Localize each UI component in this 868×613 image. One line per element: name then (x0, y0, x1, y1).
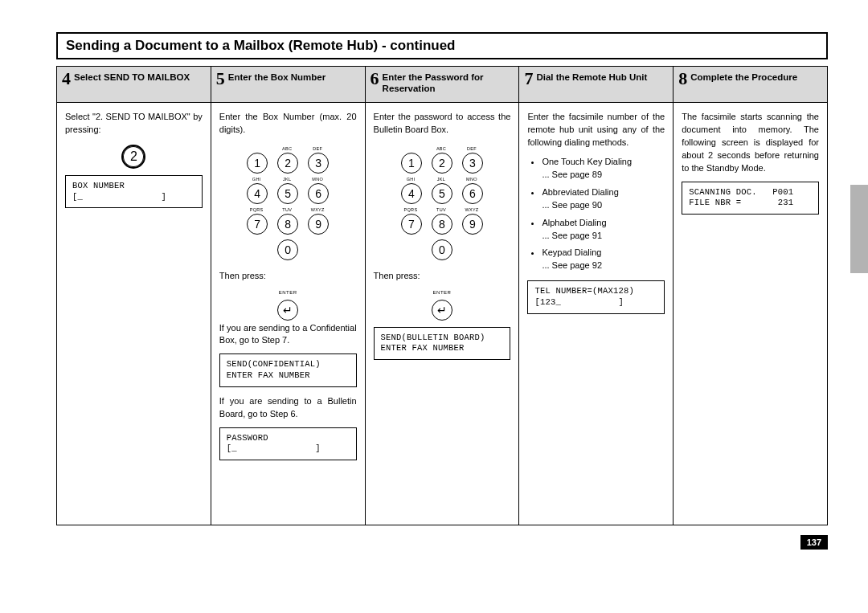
step-6: 6 Enter the Password for Reservation Ent… (366, 66, 520, 525)
title-box: Sending a Document to a Mailbox (Remote … (56, 32, 828, 59)
note: If you are sending to a Bulletin Board, … (219, 395, 357, 421)
step-7: 7 Dial the Remote Hub Unit Enter the fac… (519, 66, 674, 525)
then-press: Then press: (219, 270, 357, 283)
list-item: Alphabet Dialing... See page 91 (542, 217, 665, 243)
page-number-badge: 137 (800, 535, 828, 550)
step-number: 6 (371, 70, 379, 88)
footer: 137 (56, 535, 828, 550)
step-title: Select SEND TO MAILBOX (74, 72, 190, 83)
step-8: 8 Complete the Procedure The facsimile s… (674, 66, 828, 525)
step-header: 7 Dial the Remote Hub Unit (519, 67, 673, 103)
step-4: 4 Select SEND TO MAILBOX Select "2. SEND… (56, 66, 211, 525)
step-5: 5 Enter the Box Number Enter the Box Num… (211, 66, 366, 525)
lcd-display: SEND(CONFIDENTIAL) ENTER FAX NUMBER (219, 353, 357, 386)
keypad-2-icon: 2 (121, 145, 145, 169)
list-item: Keypad Dialing... See page 92 (542, 247, 665, 272)
enter-label: ENTER (374, 289, 511, 296)
step-title: Dial the Remote Hub Unit (536, 72, 647, 83)
lcd-display: BOX NUMBER [_ ] (65, 175, 203, 208)
step-title: Complete the Procedure (690, 72, 797, 83)
step-header: 5 Enter the Box Number (211, 67, 365, 103)
enter-key-icon: ↵ (432, 300, 452, 321)
step-intro: Enter the Box Number (max. 20 digits). (219, 111, 357, 137)
page-title: Sending a Document to a Mailbox (Remote … (66, 38, 818, 54)
step-intro: Enter the facsimile number of the remote… (527, 111, 665, 149)
step-number: 8 (678, 70, 687, 88)
step-header: 4 Select SEND TO MAILBOX (57, 67, 211, 103)
step-title: Enter the Password for Reservation (383, 72, 513, 95)
step-title: Enter the Box Number (228, 72, 326, 83)
step-number: 4 (62, 70, 71, 88)
step-header: 8 Complete the Procedure (674, 67, 827, 103)
dial-methods-list: One Touch Key Dialing... See page 89 Abb… (542, 156, 665, 273)
enter-key-icon: ↵ (277, 300, 298, 321)
step-columns: 4 Select SEND TO MAILBOX Select "2. SEND… (56, 66, 828, 525)
keypad-icon: 1 ABC2 DEF3 GHI4 JKL5 MNO6 PQRS7 TUV8 (399, 146, 485, 264)
lcd-display: SEND(BULLETIN BOARD) ENTER FAX NUMBER (374, 327, 511, 360)
lcd-display: SCANNING DOC. P001 FILE NBR = 231 (682, 182, 819, 215)
side-tab (850, 185, 868, 273)
step-number: 7 (524, 70, 533, 88)
enter-label: ENTER (219, 289, 357, 296)
keypad-icon: 1 ABC2 DEF3 GHI4 JKL5 MNO6 PQRS7 TUV8 (244, 146, 331, 264)
page: Sending a Document to a Mailbox (Remote … (0, 0, 868, 574)
step-number: 5 (216, 70, 225, 88)
then-press: Then press: (374, 270, 511, 283)
list-item: One Touch Key Dialing... See page 89 (542, 156, 665, 182)
list-item: Abbreviated Dialing... See page 90 (542, 186, 665, 212)
lcd-display: TEL NUMBER=(MAX128) [123_ ] (527, 280, 665, 313)
note: If you are sending to a Confi­dential Bo… (219, 322, 357, 348)
step-header: 6 Enter the Password for Reservation (366, 67, 519, 103)
step-intro: The facsimile starts scanning the docume… (682, 111, 819, 175)
lcd-display: PASSWORD [_ ] (219, 427, 357, 460)
step-intro: Select "2. SEND TO MAILBOX" by pressing: (65, 111, 203, 137)
step-intro: Enter the password to access the Bulleti… (374, 111, 511, 137)
